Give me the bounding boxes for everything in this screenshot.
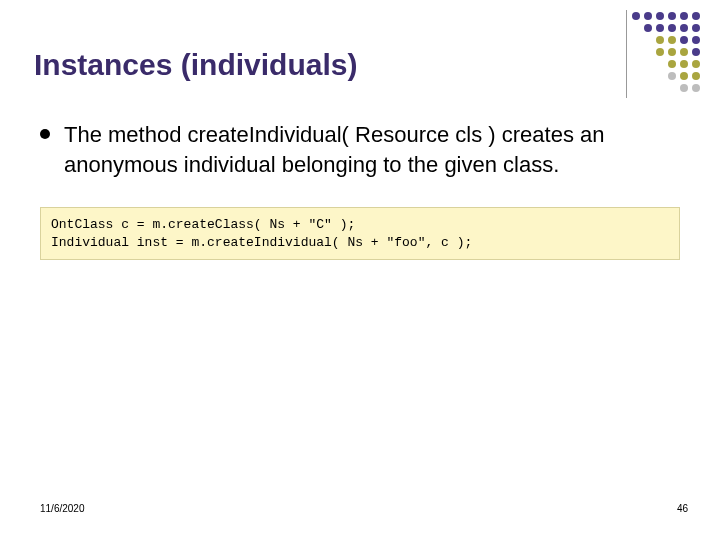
- decoration-dot: [680, 60, 688, 68]
- decoration-dot: [680, 36, 688, 44]
- decoration-dot: [656, 12, 664, 20]
- decoration-dot: [668, 48, 676, 56]
- decoration-dot: [680, 72, 688, 80]
- footer-date: 11/6/2020: [40, 503, 85, 514]
- decoration-dot: [668, 36, 676, 44]
- code-block: OntClass c = m.createClass( Ns + "C" ); …: [40, 207, 680, 260]
- decoration-dot: [668, 24, 676, 32]
- bullet-text: The method createIndividual( Resource cl…: [64, 120, 680, 179]
- decoration-dot: [656, 36, 664, 44]
- decoration-dot: [692, 24, 700, 32]
- decoration-separator: [626, 10, 627, 98]
- decoration-dot: [632, 12, 640, 20]
- decoration-dot: [680, 12, 688, 20]
- corner-decoration: [632, 12, 702, 94]
- decoration-dot: [692, 36, 700, 44]
- decoration-dot: [668, 60, 676, 68]
- decoration-dot: [680, 84, 688, 92]
- bullet-item: The method createIndividual( Resource cl…: [40, 120, 680, 179]
- decoration-dot: [692, 84, 700, 92]
- decoration-dot: [656, 48, 664, 56]
- footer-page-number: 46: [677, 503, 688, 514]
- bullet-icon: [40, 129, 50, 139]
- decoration-dot: [680, 24, 688, 32]
- decoration-dot: [656, 24, 664, 32]
- decoration-dot: [668, 72, 676, 80]
- decoration-dot: [644, 24, 652, 32]
- decoration-dot: [680, 48, 688, 56]
- decoration-dot: [668, 12, 676, 20]
- decoration-dot: [692, 48, 700, 56]
- slide-title: Instances (individuals): [34, 48, 357, 82]
- decoration-dot: [692, 60, 700, 68]
- slide-body: The method createIndividual( Resource cl…: [40, 120, 680, 260]
- decoration-dot: [644, 12, 652, 20]
- decoration-dot: [692, 72, 700, 80]
- decoration-dot: [692, 12, 700, 20]
